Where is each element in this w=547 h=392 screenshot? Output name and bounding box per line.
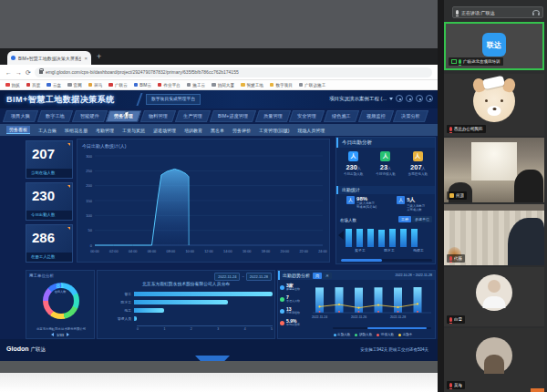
- bookmark-item[interactable]: 广联达施工: [299, 83, 325, 88]
- bookmark-favicon: [134, 83, 139, 88]
- bookmark-label: 协同大厦: [218, 83, 234, 88]
- subnav-item-4[interactable]: 考勤管理: [96, 128, 114, 133]
- pager-prev-icon[interactable]: [51, 333, 54, 336]
- participant-tile-2[interactable]: 西总办公司陶莉: [444, 74, 544, 136]
- subnav-item-3[interactable]: 班组花名册: [65, 128, 88, 133]
- axis-tick: 4: [244, 327, 246, 331]
- date-from-input[interactable]: 2022-11-24: [214, 273, 240, 281]
- left-stat-cards: 207当前在场人数230今日出勤人数286在册工人总数: [26, 140, 73, 266]
- subnav-item-1[interactable]: 劳务看板: [6, 126, 30, 134]
- nav-tab-9[interactable]: 安全管理: [289, 110, 325, 122]
- bookmark-item[interactable]: 广联云: [108, 83, 127, 88]
- nav-tab-8[interactable]: 质量管理: [254, 110, 290, 122]
- participant-tile-glodon[interactable]: 联达 广联达北京项目培训: [444, 22, 544, 70]
- distribution-date-range: 2022-11-24 ~ 2022-11-28: [214, 273, 272, 281]
- footer-slogan: 安全施工942天 距竣工交付还有504天: [360, 347, 428, 352]
- browser-tab[interactable]: BIM+智慧工地数据决策大屏系统 ×: [7, 51, 91, 65]
- trend-legend: 出勤人数缺勤人数请假人数出勤率: [311, 333, 435, 336]
- participant-tile-6[interactable]: 吴海: [444, 328, 544, 392]
- participant-label: 白雪: [447, 315, 465, 324]
- nav-tab-7[interactable]: BIM+进度管理: [209, 110, 255, 122]
- chevron-down-icon[interactable]: [389, 98, 393, 100]
- nav-tab-10[interactable]: 绿色施工: [324, 110, 359, 122]
- bookmark-item[interactable]: 智慧工地: [241, 83, 263, 88]
- participant-name: 广联达北京项目培训: [463, 59, 501, 64]
- bookmark-item[interactable]: 百度: [26, 83, 41, 88]
- nav-tab-6[interactable]: 生产管理: [175, 110, 211, 122]
- participant-label: 代薇: [447, 254, 465, 263]
- bookmark-item[interactable]: 数字项目: [270, 83, 293, 88]
- bookmark-item[interactable]: 云盘: [46, 83, 61, 88]
- legend-item: 出勤率: [398, 333, 412, 336]
- svg-text:16:00: 16:00: [243, 250, 252, 253]
- attendance-tiles: 人230人今日出勤人数人23人今日请假人数人207人当前在场人数: [336, 150, 435, 178]
- trend-scrollbar[interactable]: [333, 327, 431, 330]
- subnav-item-2[interactable]: 工人台账: [38, 128, 57, 133]
- trade-unit-toggle: 工种 参建单位: [398, 216, 432, 222]
- bookmark-item[interactable]: 官网: [67, 83, 82, 88]
- subnav-item-8[interactable]: 黑名单: [211, 128, 224, 133]
- forward-icon[interactable]: →: [15, 69, 22, 76]
- mic-icon: [456, 10, 459, 15]
- address-bar[interactable]: emgl.glodon.com/cps-bi/dashboard/project…: [35, 67, 432, 77]
- toggle-月[interactable]: 月: [323, 273, 332, 279]
- project-selector[interactable]: 项目实况演示案例工程 (...: [329, 96, 387, 102]
- back-icon[interactable]: ←: [5, 69, 12, 76]
- trend-title: 出勤趋势分析: [283, 273, 310, 278]
- toggle-trade[interactable]: 工种: [398, 216, 411, 222]
- bookmark-item[interactable]: 协筑: [5, 83, 20, 88]
- nav-tab-4[interactable]: 劳务管理: [106, 110, 141, 122]
- trade-scrollbar[interactable]: [341, 259, 432, 262]
- message-icon[interactable]: [416, 95, 423, 102]
- bookmark-favicon: [241, 83, 245, 88]
- nav-tab-5[interactable]: 物料管理: [140, 110, 176, 122]
- bookmark-item[interactable]: 施工云: [187, 83, 205, 88]
- svg-text:14:00: 14:00: [223, 250, 232, 253]
- pager-next-icon[interactable]: [67, 333, 69, 336]
- toggle-周[interactable]: 周: [313, 273, 322, 279]
- subnav-item-5[interactable]: 工资与奖惩: [122, 128, 145, 133]
- nav-tab-11[interactable]: 视频监控: [358, 110, 394, 122]
- svg-text:2022-11-28: 2022-11-28: [390, 315, 406, 319]
- subnav-item-7[interactable]: 培训教育: [184, 128, 202, 133]
- trend-stat-row: 5.9%平均出勤率: [280, 317, 311, 329]
- subnav-item-6[interactable]: 进退场管理: [153, 128, 176, 133]
- refresh-icon[interactable]: [396, 95, 403, 102]
- participant-tile-3[interactable]: 何源: [444, 138, 544, 202]
- distribution-category: 普工: [101, 292, 134, 296]
- mic-muted-icon: [449, 256, 452, 261]
- footer-handle[interactable]: [195, 356, 230, 361]
- axis-tick: 1: [163, 327, 165, 331]
- svg-text:2022-11-24: 2022-11-24: [312, 315, 327, 319]
- person-icon: 人: [346, 196, 355, 204]
- attendance-area-chart-panel: 今日出勤人数统计(人) 05010015020025030000:0002:00…: [77, 139, 330, 263]
- tab-close-icon[interactable]: ×: [84, 56, 88, 61]
- nav-tab-2[interactable]: 数字工地: [37, 110, 73, 122]
- trend-date-range[interactable]: 2022-10-28 ~ 2022-11-28: [395, 273, 432, 277]
- trade-bar: [389, 229, 396, 247]
- attendance-panel-title: 今日出勤分析: [336, 138, 435, 148]
- new-tab-button[interactable]: +: [97, 52, 101, 61]
- fullscreen-icon[interactable]: [406, 95, 413, 102]
- date-to-input[interactable]: 2022-11-28: [246, 273, 272, 281]
- participant-tile-5[interactable]: 白雪: [444, 267, 544, 326]
- toggle-unit[interactable]: 参建单位: [412, 216, 432, 222]
- participant-tile-4[interactable]: 代薇: [444, 204, 544, 265]
- headphones-icon[interactable]: [532, 10, 540, 15]
- nav-tab-1[interactable]: 项目大脑: [3, 110, 38, 122]
- nav-tab-12[interactable]: 决策分析: [392, 110, 428, 122]
- speaking-banner: 正在讲话:广联达: [452, 6, 543, 18]
- subnav-item-9[interactable]: 劳务评价: [232, 128, 251, 133]
- nav-tab-label: 绿色施工: [332, 113, 351, 119]
- reload-icon[interactable]: ⟳: [26, 69, 31, 76]
- subnav-item-10[interactable]: 工资管理(旧版): [259, 128, 289, 133]
- nav-tab-3[interactable]: 智能硬件: [71, 110, 107, 122]
- bookmark-item[interactable]: BIM云: [134, 83, 151, 88]
- axis-tick: 3: [217, 327, 219, 331]
- bookmark-item[interactable]: 协同大厦: [212, 83, 234, 88]
- bookmark-item[interactable]: 作业平台: [158, 83, 181, 88]
- user-icon[interactable]: [426, 95, 433, 102]
- subnav-item-11[interactable]: 现场人员管理: [297, 128, 325, 133]
- bookmark-favicon: [158, 83, 162, 88]
- bookmark-item[interactable]: 斑马: [88, 83, 103, 88]
